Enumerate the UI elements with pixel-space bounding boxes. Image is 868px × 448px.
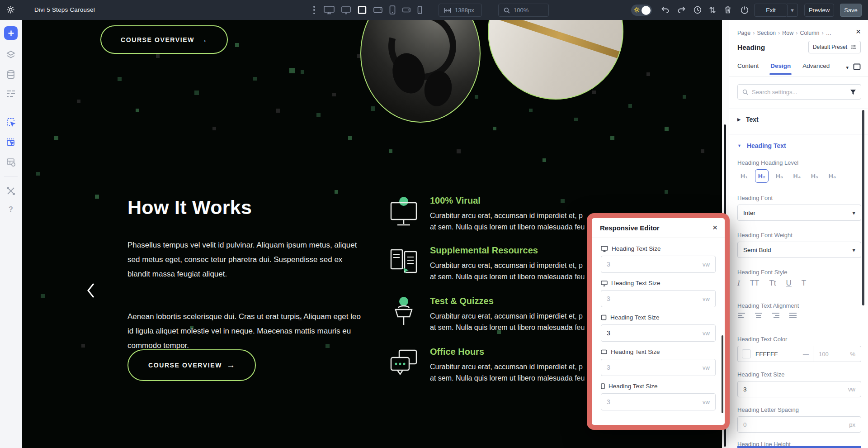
breadcrumb-item-section[interactable]: Section xyxy=(757,30,776,36)
align-right-icon[interactable] xyxy=(772,312,780,319)
heading-font-select[interactable]: Inter ▾ xyxy=(737,205,861,221)
save-button[interactable]: Save xyxy=(840,4,862,17)
responsive-field-desktop: Heading Text Size vw xyxy=(601,245,716,273)
breadcrumb-item-column[interactable]: Column xyxy=(800,30,819,36)
heading-letter-spacing-input[interactable] xyxy=(743,421,811,428)
more-options-icon[interactable] xyxy=(313,6,315,14)
tab-content[interactable]: Content xyxy=(737,62,759,75)
section-heading: How It Works xyxy=(127,196,252,219)
heading-level-label: Heading Heading Level xyxy=(737,159,861,166)
align-left-icon[interactable] xyxy=(737,312,745,319)
default-preset-button[interactable]: Default Preset xyxy=(808,41,861,53)
responsive-editor-modal: Responsive Editor × Heading Text Size vw… xyxy=(587,213,730,430)
h6-button[interactable]: H₆ xyxy=(826,169,839,183)
color-swatch[interactable] xyxy=(742,349,751,358)
desktop-small-icon[interactable] xyxy=(341,5,351,15)
tools-icon[interactable] xyxy=(6,186,15,195)
breadcrumb-item-page[interactable]: Page xyxy=(737,30,750,36)
exit-button[interactable]: Exit xyxy=(754,4,788,17)
course-overview-label: COURSE OVERVIEW xyxy=(148,362,222,369)
responsive-size-input[interactable] xyxy=(607,398,697,405)
course-overview-button-top[interactable]: COURSE OVERVIEW → xyxy=(100,25,228,54)
trash-icon[interactable] xyxy=(724,6,731,16)
color-picker-field[interactable]: FFFFFF — xyxy=(737,346,813,362)
search-input[interactable] xyxy=(752,89,846,95)
align-justify-icon[interactable] xyxy=(789,312,797,319)
tablet-landscape-icon[interactable] xyxy=(373,5,383,15)
heading-font-weight-select[interactable]: Semi Bold ▾ xyxy=(737,242,861,258)
responsive-size-field[interactable]: vw xyxy=(601,290,716,307)
carousel-prev-chevron[interactable] xyxy=(87,283,95,300)
zoom-input[interactable]: 100% xyxy=(498,4,549,17)
heading-text-size-input[interactable] xyxy=(743,386,811,393)
responsive-size-field[interactable]: vw xyxy=(601,359,716,376)
responsive-size-input[interactable] xyxy=(607,364,697,371)
laptop-icon-active[interactable] xyxy=(357,5,367,15)
tab-advanced[interactable]: Advanced xyxy=(802,62,830,75)
h4-button[interactable]: H₄ xyxy=(790,169,804,183)
responsive-size-input[interactable] xyxy=(607,295,697,302)
responsive-size-field[interactable]: vw xyxy=(601,256,716,273)
responsive-size-input[interactable] xyxy=(607,261,697,268)
course-overview-button-bottom[interactable]: COURSE OVERVIEW → xyxy=(127,349,256,381)
responsive-frame-icon[interactable] xyxy=(853,63,861,72)
underline-icon[interactable]: U xyxy=(786,279,792,288)
canvas-width-input[interactable]: 1388px xyxy=(439,4,482,17)
color-opacity-field[interactable]: 100 % xyxy=(813,346,861,362)
breadcrumb-item-row[interactable]: Row xyxy=(782,30,793,36)
size-unit: vw xyxy=(848,386,855,393)
heading-level-group: H₁ H₂ H₃ H₄ H₅ H₆ xyxy=(737,169,861,183)
sort-arrows-icon[interactable] xyxy=(709,6,716,16)
settings-search[interactable] xyxy=(737,84,861,100)
modal-scrollbar-thumb[interactable] xyxy=(722,335,723,413)
h1-button[interactable]: H₁ xyxy=(737,169,751,183)
phone-portrait-icon[interactable] xyxy=(417,5,423,15)
h5-button[interactable]: H₅ xyxy=(808,169,821,183)
responsive-size-field[interactable]: vw xyxy=(601,393,716,410)
layers-icon[interactable] xyxy=(6,50,16,60)
heading-letter-spacing-field[interactable]: px xyxy=(737,416,861,433)
responsive-field-desktop-small: Heading Text Size vw xyxy=(601,280,716,307)
close-panel-icon[interactable]: × xyxy=(856,27,861,36)
section-toggle-text[interactable]: ▶ Text xyxy=(737,116,861,123)
help-icon[interactable]: ? xyxy=(9,205,13,214)
heading-text-size-field[interactable]: vw xyxy=(737,381,861,397)
plus-icon xyxy=(8,30,14,37)
redo-icon[interactable] xyxy=(677,6,686,15)
breadcrumb-item-ellipsis[interactable]: … xyxy=(826,30,832,36)
color-hex-value[interactable]: FFFFFF xyxy=(755,351,798,357)
italic-icon[interactable]: I xyxy=(737,279,740,288)
tablet-portrait-icon[interactable] xyxy=(389,5,396,15)
section-paragraph-2: Aenean lobortis scelerisque dui. Cras ut… xyxy=(127,310,363,353)
sidebar-scrollbar-thumb[interactable] xyxy=(862,110,864,305)
multi-select-icon[interactable] xyxy=(6,137,16,147)
align-center-icon[interactable] xyxy=(755,312,763,319)
strikethrough-icon[interactable]: T xyxy=(802,279,806,288)
h3-button[interactable]: H₃ xyxy=(773,169,786,183)
phone-landscape-icon[interactable] xyxy=(402,5,411,15)
responsive-size-input[interactable] xyxy=(607,329,697,337)
history-clock-icon[interactable] xyxy=(693,6,702,16)
section-toggle-heading-text[interactable]: ▼ Heading Text xyxy=(737,142,861,149)
desktop-large-icon[interactable] xyxy=(323,5,335,15)
portability-power-icon[interactable] xyxy=(741,6,749,16)
settings-gear-icon[interactable] xyxy=(6,5,15,16)
responsive-size-field[interactable]: vw xyxy=(601,324,716,342)
field-list-icon[interactable] xyxy=(6,90,16,98)
click-select-icon[interactable] xyxy=(6,117,16,127)
h2-button[interactable]: H₂ xyxy=(755,169,769,183)
modal-close-icon[interactable]: × xyxy=(712,223,717,233)
database-icon[interactable] xyxy=(6,70,15,80)
module-settings-icon[interactable] xyxy=(6,157,16,167)
exit-dropdown-caret[interactable]: ▾ xyxy=(787,4,798,17)
desktop-icon xyxy=(601,246,608,252)
add-module-button[interactable] xyxy=(4,26,18,40)
tabs-caret-down-icon[interactable]: ▾ xyxy=(846,65,849,71)
interaction-mode-toggle[interactable] xyxy=(631,5,652,16)
filter-funnel-icon[interactable] xyxy=(850,89,856,95)
uppercase-icon[interactable]: TT xyxy=(750,279,760,288)
tab-design[interactable]: Design xyxy=(770,62,791,75)
capitalize-icon[interactable]: Tt xyxy=(769,279,776,288)
preview-button[interactable]: Preview xyxy=(804,4,834,17)
undo-icon[interactable] xyxy=(661,6,670,15)
